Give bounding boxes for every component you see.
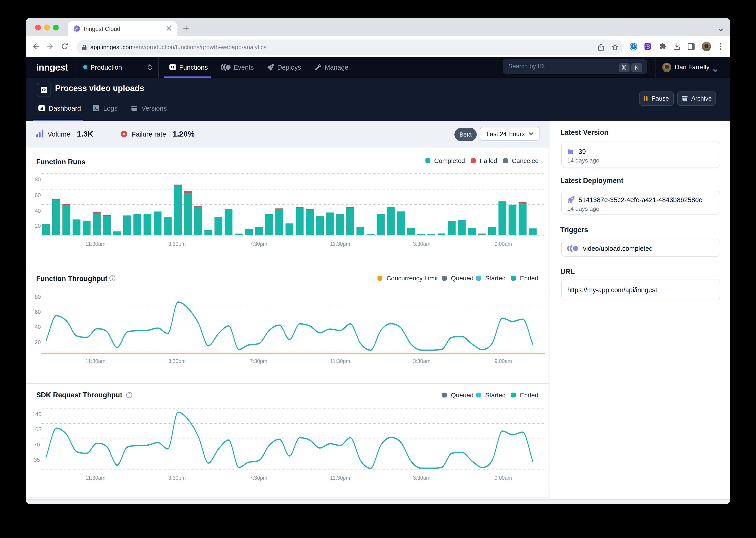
svg-text:105: 105	[32, 426, 41, 432]
svg-text:35: 35	[34, 457, 40, 463]
svg-text:3:30pm: 3:30pm	[168, 358, 186, 364]
svg-text:Concurrency Limit: Concurrency Limit	[386, 274, 438, 282]
svg-text:SDK Request Throughput: SDK Request Throughput	[36, 391, 122, 399]
svg-text:3:30am: 3:30am	[413, 475, 430, 481]
svg-text:11:30am: 11:30am	[85, 358, 105, 364]
svg-text:3:30am: 3:30am	[413, 241, 430, 247]
svg-text:Function Throughput: Function Throughput	[36, 274, 107, 283]
svg-text:20: 20	[34, 223, 41, 229]
svg-text:Queued: Queued	[450, 274, 473, 282]
svg-text:3:30pm: 3:30pm	[168, 241, 186, 247]
svg-text:3:30pm: 3:30pm	[168, 475, 186, 481]
svg-text:Started: Started	[485, 392, 505, 399]
svg-text:11:30am: 11:30am	[85, 241, 105, 247]
svg-text:80: 80	[34, 176, 41, 183]
svg-text:Failed: Failed	[480, 157, 497, 164]
svg-text:20: 20	[34, 339, 41, 345]
svg-text:11:30am: 11:30am	[85, 475, 105, 481]
svg-text:9:00am: 9:00am	[494, 358, 512, 364]
svg-text:Completed: Completed	[434, 157, 465, 164]
svg-text:70: 70	[34, 442, 40, 448]
svg-text:Ended: Ended	[520, 274, 538, 282]
svg-text:7:30pm: 7:30pm	[250, 358, 267, 364]
svg-text:Function Runs: Function Runs	[36, 158, 85, 166]
svg-text:140: 140	[32, 411, 41, 417]
svg-text:60: 60	[34, 309, 41, 315]
svg-text:11:30pm: 11:30pm	[330, 241, 350, 247]
svg-text:3:30am: 3:30am	[413, 358, 430, 364]
svg-text:Queued: Queued	[450, 392, 473, 399]
svg-text:60: 60	[34, 192, 41, 198]
svg-text:Canceled: Canceled	[511, 157, 538, 164]
svg-text:7:30pm: 7:30pm	[250, 475, 267, 481]
svg-text:9:00am: 9:00am	[494, 241, 512, 247]
svg-text:11:30pm: 11:30pm	[330, 358, 350, 364]
svg-text:80: 80	[34, 294, 41, 300]
svg-text:40: 40	[34, 324, 41, 330]
svg-text:9:00am: 9:00am	[494, 475, 512, 481]
svg-text:Ended: Ended	[520, 392, 538, 399]
svg-text:11:30pm: 11:30pm	[330, 475, 350, 481]
svg-text:40: 40	[34, 208, 41, 214]
svg-text:7:30pm: 7:30pm	[250, 241, 267, 247]
svg-text:Started: Started	[485, 274, 505, 282]
